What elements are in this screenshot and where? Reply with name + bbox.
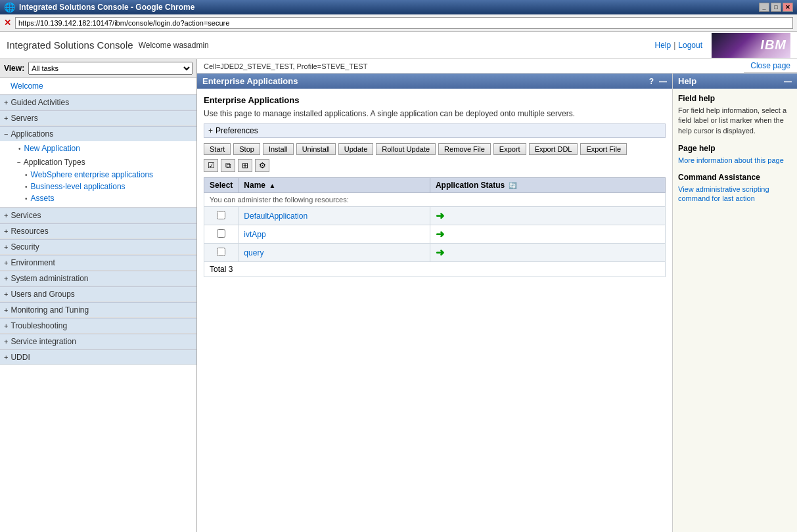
page-help-link[interactable]: More information about this page — [678, 156, 784, 164]
start-button[interactable]: Start — [204, 143, 231, 155]
expand-icon: + — [4, 259, 8, 267]
app-name-query: query — [239, 244, 430, 262]
assets-link[interactable]: Assets — [31, 194, 55, 203]
main-layout: View: All tasks Welcome + Guided Activit… — [0, 59, 797, 532]
checkbox-ivtapp[interactable] — [217, 229, 225, 238]
expand-icon: + — [4, 306, 8, 314]
minimize-button[interactable]: _ — [759, 3, 769, 12]
help-collapse-button[interactable]: — — [784, 77, 792, 86]
remove-file-button[interactable]: Remove File — [438, 143, 491, 155]
sidebar-label-users-groups: Users and Groups — [11, 290, 74, 299]
select-all-icon[interactable]: ☑ — [204, 159, 218, 172]
column-name[interactable]: Name ▲ — [239, 178, 430, 193]
cell-info: Cell=JDED2_STEVE_TEST, Profile=STEVE_TES… — [197, 60, 374, 72]
install-button[interactable]: Install — [263, 143, 294, 155]
preferences-expand-icon: + — [208, 126, 213, 135]
sidebar-header-resources[interactable]: + Resources — [0, 223, 196, 238]
expand-icon: + — [4, 353, 8, 361]
sidebar-header-security[interactable]: + Security — [0, 239, 196, 254]
row-select-ivtapp[interactable] — [204, 225, 239, 244]
sidebar-section-welcome: Welcome — [0, 78, 196, 95]
sidebar-section-service-integration: + Service integration — [0, 334, 196, 349]
help-section-command: Command Assistance View administrative s… — [678, 173, 792, 203]
app-link-default[interactable]: DefaultApplication — [244, 211, 307, 221]
help-section-field: Field help For field help information, s… — [678, 94, 792, 136]
sidebar-header-service-integration[interactable]: + Service integration — [0, 334, 196, 349]
help-link[interactable]: Help — [654, 41, 671, 50]
sidebar-header-users-groups[interactable]: + Users and Groups — [0, 286, 196, 301]
sidebar-header-services[interactable]: + Services — [0, 208, 196, 223]
close-page-link[interactable]: Close page — [750, 61, 790, 70]
checkbox-query[interactable] — [217, 248, 225, 256]
row-select-default[interactable] — [204, 207, 239, 225]
table-row: query ➜ — [204, 244, 666, 262]
view-dropdown[interactable]: All tasks — [28, 62, 193, 75]
filter-icon[interactable]: ⊞ — [238, 159, 252, 172]
command-assistance-link[interactable]: View administrative scripting command fo… — [678, 185, 769, 202]
expand-icon: + — [4, 275, 8, 282]
window-title: Integrated Solutions Console - Google Ch… — [19, 3, 759, 12]
sidebar-section-system-admin: + System administration — [0, 271, 196, 286]
refresh-icon[interactable]: 🔄 — [509, 182, 516, 189]
rollout-update-button[interactable]: Rollout Update — [376, 143, 436, 155]
close-button[interactable]: ✕ — [783, 3, 793, 12]
column-select: Select — [204, 178, 239, 193]
export-ddl-button[interactable]: Export DDL — [529, 143, 578, 155]
sidebar-item-business-level: Business-level applications — [7, 181, 196, 192]
preferences-bar[interactable]: + Preferences — [204, 123, 666, 138]
app-header: Integrated Solutions Console Welcome was… — [0, 32, 797, 59]
sidebar-item-new-application: New Application — [0, 143, 196, 154]
sidebar-header-environment[interactable]: + Environment — [0, 255, 196, 270]
sidebar-section-services: + Services — [0, 208, 196, 223]
expand-icon: + — [4, 243, 8, 251]
copy-icon[interactable]: ⧉ — [221, 159, 235, 172]
sidebar-label-service-integration: Service integration — [11, 337, 76, 346]
logout-link[interactable]: Logout — [678, 41, 702, 50]
maximize-button[interactable]: □ — [771, 3, 781, 12]
sidebar-header-system-admin[interactable]: + System administration — [0, 271, 196, 286]
app-title: Integrated Solutions Console — [7, 39, 133, 51]
sidebar-header-uddi[interactable]: + UDDI — [0, 349, 196, 365]
checkbox-default[interactable] — [217, 211, 225, 219]
settings-icon[interactable]: ⚙ — [255, 159, 269, 172]
websphere-enterprise-link[interactable]: WebSphere enterprise applications — [31, 170, 154, 179]
uninstall-button[interactable]: Uninstall — [296, 143, 336, 155]
sidebar-header-applications[interactable]: − Applications — [0, 126, 196, 141]
view-selector: View: All tasks — [0, 59, 196, 78]
panel-collapse-icon[interactable]: — — [659, 77, 667, 86]
sidebar-label-security: Security — [11, 242, 39, 252]
sidebar-section-environment: + Environment — [0, 255, 196, 271]
export-file-button[interactable]: Export File — [580, 143, 627, 155]
sidebar-label-troubleshooting: Troubleshooting — [11, 321, 67, 330]
sidebar-item-welcome[interactable]: Welcome — [0, 79, 196, 93]
sort-icon: ▲ — [269, 182, 275, 189]
sidebar-section-monitoring: + Monitoring and Tuning — [0, 302, 196, 318]
header-links: Help | Logout IBM — [654, 33, 790, 58]
column-status[interactable]: Application Status 🔄 — [430, 178, 665, 193]
sidebar-header-guided-activities[interactable]: + Guided Activities — [0, 95, 196, 110]
stop-button[interactable]: Stop — [233, 143, 260, 155]
sidebar-header-troubleshooting[interactable]: + Troubleshooting — [0, 318, 196, 333]
sidebar-section-security: + Security — [0, 239, 196, 255]
expand-icon: + — [4, 114, 8, 122]
app-link-query[interactable]: query — [244, 248, 263, 257]
row-select-query[interactable] — [204, 244, 239, 262]
app-link-ivtapp[interactable]: ivtApp — [244, 230, 265, 239]
expand-icon: + — [4, 322, 8, 330]
sidebar-subheader-application-types[interactable]: − Application Types — [7, 156, 196, 169]
sidebar-header-servers[interactable]: + Servers — [0, 110, 196, 125]
sidebar-header-monitoring[interactable]: + Monitoring and Tuning — [0, 302, 196, 317]
export-button[interactable]: Export — [493, 143, 526, 155]
update-button[interactable]: Update — [338, 143, 373, 155]
field-help-text: For field help information, select a fie… — [678, 106, 792, 136]
sidebar-label-resources: Resources — [11, 227, 48, 236]
new-application-link[interactable]: New Application — [24, 144, 80, 153]
app-status-ivtapp: ➜ — [430, 225, 665, 244]
expand-icon: + — [4, 227, 8, 235]
panel-help-icon[interactable]: ? — [649, 77, 654, 86]
sidebar-section-applications: − Applications New Application − Applica… — [0, 126, 196, 208]
business-level-link[interactable]: Business-level applications — [31, 182, 125, 191]
url-input[interactable] — [15, 17, 793, 29]
sidebar-label-system-admin: System administration — [11, 274, 88, 283]
field-help-heading: Field help — [678, 94, 792, 103]
